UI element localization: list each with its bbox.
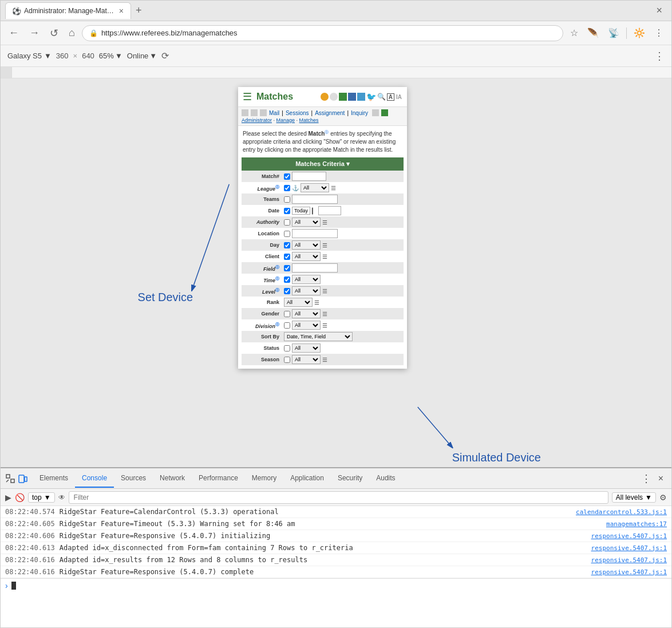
level-select[interactable]: All: [292, 286, 321, 295]
level-selector[interactable]: All levels ▼: [612, 492, 656, 503]
forward-button[interactable]: →: [26, 25, 43, 41]
day-checkbox[interactable]: [284, 242, 290, 248]
level-checkbox[interactable]: [284, 288, 290, 294]
window-close-button[interactable]: ×: [651, 3, 667, 18]
device-selector[interactable]: Galaxy S5 ▼: [7, 52, 52, 60]
home-button[interactable]: ⌂: [65, 25, 78, 41]
filter-input[interactable]: [69, 491, 608, 504]
time-controls[interactable]: All: [282, 274, 404, 285]
new-tab-button[interactable]: +: [131, 2, 147, 19]
level-list-icon[interactable]: ☰: [322, 288, 327, 294]
division-checkbox[interactable]: [284, 322, 290, 329]
rank-select[interactable]: All: [284, 298, 313, 307]
icon-search[interactable]: 🔍: [377, 93, 386, 101]
rank-controls[interactable]: All ☰: [282, 297, 404, 308]
client-checkbox[interactable]: [284, 254, 290, 260]
log-source[interactable]: responsive.5407.js:1: [591, 532, 667, 540]
sessions-link[interactable]: Sessions: [286, 110, 309, 116]
season-select[interactable]: All: [292, 355, 321, 364]
devtools-close-button[interactable]: ×: [655, 471, 667, 486]
season-list-icon[interactable]: ☰: [322, 357, 327, 363]
client-controls[interactable]: All ☰: [282, 251, 404, 262]
tab-console[interactable]: Console: [75, 469, 114, 488]
authority-controls[interactable]: All ☰: [282, 216, 404, 228]
authority-select[interactable]: All: [292, 218, 321, 227]
day-select[interactable]: All: [292, 240, 321, 250]
rotate-button[interactable]: ⟳: [161, 50, 169, 61]
client-select[interactable]: All: [292, 252, 321, 261]
log-source[interactable]: responsive.5407.js:1: [591, 556, 667, 564]
authority-checkbox[interactable]: [284, 219, 290, 226]
division-select[interactable]: All: [292, 321, 321, 330]
online-selector[interactable]: Online ▼: [127, 52, 157, 60]
tab-security[interactable]: Security: [331, 469, 369, 488]
day-list-icon[interactable]: ☰: [322, 242, 327, 248]
url-bar[interactable]: 🔒 https://www.referees.biz/managematches: [82, 25, 563, 41]
status-select[interactable]: All: [292, 343, 321, 353]
extension-button[interactable]: 🔆: [630, 25, 649, 41]
field-input[interactable]: [292, 263, 338, 272]
more-button[interactable]: ⋮: [651, 25, 667, 41]
sortby-controls[interactable]: Date, Time, Field: [282, 331, 404, 342]
teams-input[interactable]: [292, 195, 338, 204]
manage-breadcrumb[interactable]: Manage: [276, 117, 295, 123]
gender-checkbox[interactable]: [284, 311, 290, 317]
tab-memory[interactable]: Memory: [245, 469, 283, 488]
match-checkbox[interactable]: [284, 173, 290, 180]
status-controls[interactable]: All: [282, 342, 404, 354]
device-more-button[interactable]: ⋮: [654, 50, 665, 62]
rss-icon-button[interactable]: 📡: [604, 25, 623, 41]
execute-button[interactable]: ▶: [5, 493, 11, 502]
field-checkbox[interactable]: [284, 265, 290, 271]
clear-console-button[interactable]: 🚫: [15, 493, 25, 502]
settings-button[interactable]: ⚙: [659, 493, 667, 502]
division-list-icon[interactable]: ☰: [322, 322, 327, 329]
bookmark-button[interactable]: ☆: [567, 25, 582, 41]
date-input[interactable]: [318, 206, 341, 215]
location-controls[interactable]: [282, 228, 404, 239]
device-toggle-button[interactable]: [18, 473, 28, 484]
back-button[interactable]: ←: [5, 25, 22, 41]
inspect-icon-button[interactable]: [5, 473, 15, 484]
reload-button[interactable]: ↺: [46, 25, 62, 42]
assignment-link[interactable]: Assignment: [315, 110, 345, 116]
context-selector[interactable]: top ▼: [28, 492, 55, 503]
tab-performance[interactable]: Performance: [192, 469, 245, 488]
client-list-icon[interactable]: ☰: [322, 254, 327, 260]
inquiry-link[interactable]: Inquiry: [351, 110, 368, 116]
teams-checkbox[interactable]: [284, 196, 290, 203]
gender-controls[interactable]: All ☰: [282, 308, 404, 319]
menu-icon[interactable]: ☰: [243, 90, 252, 103]
tab-close-button[interactable]: ×: [119, 6, 124, 15]
active-tab[interactable]: ⚽ Administrator: Manage-Matche ×: [5, 2, 131, 19]
date-checkbox[interactable]: [284, 208, 290, 214]
location-checkbox[interactable]: [284, 231, 290, 237]
admin-breadcrumb[interactable]: Administrator: [242, 117, 272, 123]
league-checkbox[interactable]: [284, 185, 290, 191]
gender-list-icon[interactable]: ☰: [322, 311, 327, 317]
match-controls[interactable]: [282, 171, 404, 182]
tab-audits[interactable]: Audits: [369, 469, 402, 488]
time-checkbox[interactable]: [284, 277, 290, 283]
match-input[interactable]: [292, 172, 326, 181]
league-list-icon[interactable]: ☰: [331, 185, 336, 191]
gender-select[interactable]: All: [292, 309, 321, 318]
log-source[interactable]: responsive.5407.js:1: [591, 568, 667, 576]
feather-icon-button[interactable]: 🪶: [584, 25, 602, 41]
season-checkbox[interactable]: [284, 357, 290, 363]
date-controls[interactable]: Today ▎: [282, 205, 404, 216]
log-source[interactable]: responsive.5407.js:1: [591, 544, 667, 552]
mail-link[interactable]: Mail: [269, 110, 279, 116]
log-source[interactable]: managematches:17: [606, 520, 667, 528]
tab-application[interactable]: Application: [283, 469, 331, 488]
log-source[interactable]: calendarcontrol.533.js:1: [576, 508, 667, 516]
field-controls[interactable]: [282, 262, 404, 274]
league-select[interactable]: All: [301, 183, 329, 192]
zoom-selector[interactable]: 65% ▼: [99, 52, 122, 60]
league-controls[interactable]: ⚓ All ☰: [282, 182, 404, 193]
season-controls[interactable]: All ☰: [282, 354, 404, 365]
location-input[interactable]: [292, 229, 338, 238]
matches-breadcrumb[interactable]: Matches: [299, 117, 319, 123]
rank-list-icon[interactable]: ☰: [314, 299, 319, 306]
time-select[interactable]: All: [292, 275, 321, 284]
